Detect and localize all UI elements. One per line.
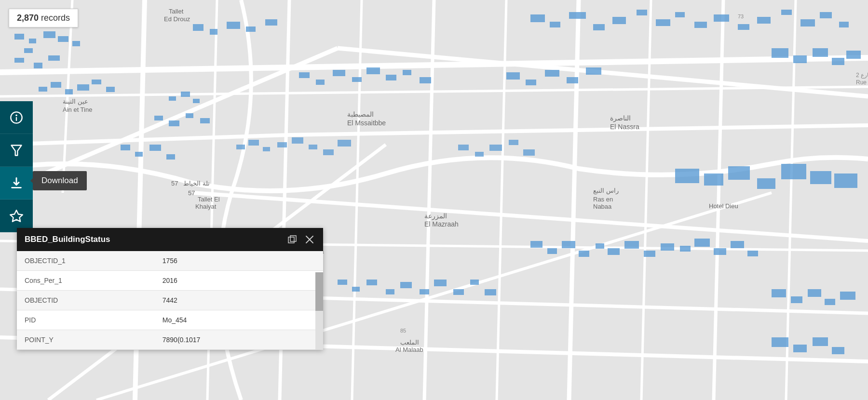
maximize-icon xyxy=(288,235,297,244)
svg-rect-119 xyxy=(846,51,861,59)
svg-rect-56 xyxy=(65,89,73,94)
table-row: POINT_Y7890(0.1017 xyxy=(17,330,323,350)
panel-controls xyxy=(286,234,315,245)
svg-rect-73 xyxy=(675,169,699,183)
svg-rect-164 xyxy=(832,347,844,354)
svg-rect-90 xyxy=(694,239,710,247)
filter-icon xyxy=(10,144,23,157)
svg-rect-76 xyxy=(757,178,775,189)
svg-rect-113 xyxy=(149,145,161,151)
svg-rect-35 xyxy=(227,22,240,29)
svg-rect-161 xyxy=(772,337,788,347)
svg-rect-117 xyxy=(813,48,828,57)
svg-rect-78 xyxy=(810,171,831,184)
svg-rect-54 xyxy=(39,87,47,92)
svg-text:57: 57 xyxy=(188,189,195,197)
svg-rect-38 xyxy=(530,14,545,22)
svg-rect-108 xyxy=(169,120,179,126)
svg-rect-30 xyxy=(14,58,24,63)
svg-rect-143 xyxy=(236,145,245,149)
svg-rect-155 xyxy=(523,149,535,156)
svg-point-172 xyxy=(16,115,17,116)
svg-rect-111 xyxy=(121,145,130,150)
svg-rect-156 xyxy=(772,289,786,297)
svg-rect-177 xyxy=(288,237,294,243)
svg-rect-77 xyxy=(781,164,806,179)
download-button[interactable] xyxy=(0,167,33,200)
svg-rect-154 xyxy=(509,140,518,145)
filter-button[interactable] xyxy=(0,134,33,167)
svg-text:Khaiyat: Khaiyat xyxy=(195,203,217,210)
svg-rect-102 xyxy=(470,280,479,285)
svg-text:El Mssaitbbe: El Mssaitbbe xyxy=(347,119,386,127)
svg-rect-93 xyxy=(747,251,758,256)
bookmark-icon xyxy=(10,209,23,223)
svg-rect-105 xyxy=(181,92,190,97)
svg-text:شارع 2: شارع 2 xyxy=(856,72,868,79)
svg-rect-34 xyxy=(210,29,217,35)
svg-text:Al Malaab: Al Malaab xyxy=(395,346,423,353)
attribute-table-body: OBJECTID_11756Cons_Per_12016OBJECTID7442… xyxy=(17,251,323,350)
svg-rect-149 xyxy=(323,149,334,155)
svg-rect-97 xyxy=(386,289,394,294)
svg-rect-103 xyxy=(485,289,496,295)
svg-rect-160 xyxy=(840,292,855,300)
svg-rect-57 xyxy=(77,84,89,91)
scroll-thumb[interactable] xyxy=(315,272,323,311)
svg-rect-31 xyxy=(34,63,42,68)
svg-text:المزرعة: المزرعة xyxy=(424,212,447,220)
svg-rect-74 xyxy=(704,173,723,186)
svg-text:Ras en: Ras en xyxy=(593,196,613,203)
svg-rect-144 xyxy=(248,140,259,146)
attribute-table: OBJECTID_11756Cons_Per_12016OBJECTID7442… xyxy=(17,251,323,350)
svg-rect-25 xyxy=(29,39,36,43)
svg-rect-106 xyxy=(193,99,200,103)
svg-rect-81 xyxy=(547,248,557,254)
svg-rect-116 xyxy=(793,55,807,63)
svg-rect-163 xyxy=(813,337,828,346)
svg-rect-46 xyxy=(694,22,707,28)
svg-rect-59 xyxy=(106,87,115,92)
info-button[interactable] xyxy=(0,101,33,134)
svg-rect-115 xyxy=(772,48,788,58)
svg-rect-70 xyxy=(545,70,559,77)
svg-rect-43 xyxy=(637,10,647,15)
download-tooltip: Download xyxy=(33,171,87,190)
svg-text:Ed Drouz: Ed Drouz xyxy=(164,15,190,23)
svg-rect-148 xyxy=(309,145,317,149)
svg-rect-151 xyxy=(458,145,469,150)
svg-rect-80 xyxy=(530,241,542,248)
svg-rect-47 xyxy=(714,14,729,22)
svg-rect-49 xyxy=(757,17,771,24)
svg-text:Nabaa: Nabaa xyxy=(593,203,612,210)
svg-rect-36 xyxy=(246,27,256,32)
svg-rect-71 xyxy=(567,77,578,83)
field-value: 7890(0.1017 xyxy=(155,330,323,350)
svg-rect-62 xyxy=(333,70,345,76)
svg-text:El Nassra: El Nassra xyxy=(610,123,639,131)
svg-rect-95 xyxy=(352,287,360,292)
svg-rect-41 xyxy=(593,24,605,30)
svg-text:الناصرة: الناصرة xyxy=(610,114,631,122)
svg-text:85: 85 xyxy=(400,328,406,333)
scroll-area[interactable] xyxy=(315,272,323,350)
svg-rect-61 xyxy=(316,80,325,85)
svg-rect-158 xyxy=(808,289,821,297)
svg-text:El Mazraah: El Mazraah xyxy=(424,220,459,228)
close-button[interactable] xyxy=(304,234,315,245)
svg-rect-53 xyxy=(839,22,849,27)
field-name: POINT_Y xyxy=(17,330,155,350)
field-name: OBJECTID xyxy=(17,291,155,310)
svg-rect-82 xyxy=(562,241,575,248)
attribute-panel: BBED_BuildingStatus OBJECTID_11756Cons_ xyxy=(17,228,323,350)
svg-text:Hotel Dieu: Hotel Dieu xyxy=(709,202,738,210)
svg-rect-67 xyxy=(420,77,431,83)
bookmark-button[interactable] xyxy=(0,200,33,232)
svg-text:Rue 2: Rue 2 xyxy=(856,79,868,86)
svg-rect-91 xyxy=(714,248,726,255)
maximize-button[interactable] xyxy=(286,234,298,245)
svg-rect-51 xyxy=(800,19,815,27)
svg-rect-153 xyxy=(489,145,502,151)
field-value: 2016 xyxy=(155,271,323,291)
svg-rect-68 xyxy=(506,72,520,80)
